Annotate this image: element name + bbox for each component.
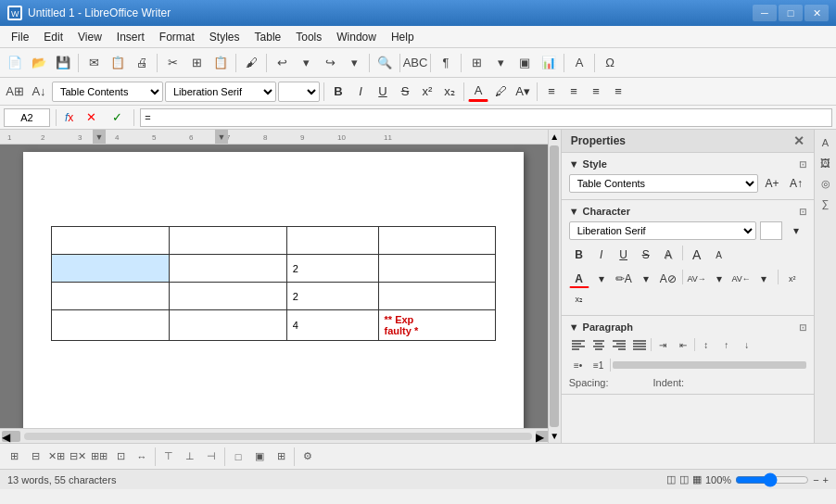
table-cell-b2[interactable] [170,255,287,283]
fontsize-dropdown[interactable] [278,82,320,102]
char-spacing-dropdown2[interactable]: ▾ [754,270,774,288]
table-cell[interactable] [52,227,170,255]
cancel-formula-button[interactable]: ✕ [80,107,102,129]
frame-button[interactable]: ▣ [513,52,536,74]
update-style-btn[interactable]: A↑ [786,174,806,193]
cell-reference[interactable] [4,108,50,127]
fx-icon[interactable]: fx [62,111,76,124]
chart-button[interactable]: 📊 [538,52,560,74]
table-cell-a2[interactable] [52,255,170,283]
paragraph-section-header[interactable]: ▼ Paragraph ⊡ [569,320,806,334]
zoom-slider[interactable] [735,472,809,487]
find-button[interactable]: 🔍 [374,52,396,74]
nonprint-button[interactable]: ¶ [435,52,457,74]
btm-border-all[interactable]: ⊞ [271,447,291,467]
menu-insert[interactable]: Insert [109,29,152,45]
menu-format[interactable]: Format [152,29,202,45]
side-icon-styles[interactable]: A [817,133,835,152]
para-linespace-btn3[interactable]: ↓ [738,336,756,353]
character-font-dropdown[interactable]: Liberation Serif [569,221,756,240]
style-section-header[interactable]: ▼ Style ⊡ [569,157,806,171]
align-right-button[interactable]: ≡ [586,82,606,102]
para-linespace-btn1[interactable]: ↕ [697,336,716,353]
minimize-button[interactable]: ─ [753,5,777,21]
style-value-dropdown[interactable]: Table Contents [569,174,758,193]
menu-tools[interactable]: Tools [288,29,329,45]
char-italic-button[interactable]: I [591,246,612,264]
char-underline-button[interactable]: U [614,246,634,264]
scroll-left[interactable]: ◀ [2,431,20,442]
scroll-down[interactable]: ▼ [548,429,561,443]
italic-button[interactable]: I [350,82,371,102]
table-cell-b3[interactable] [170,283,287,310]
btm-delete-row[interactable]: ✕⊞ [46,447,67,467]
btm-split[interactable]: ⊡ [110,447,131,467]
side-icon-gallery[interactable]: 🖼 [817,154,835,172]
new-style-icon[interactable]: A↓ [28,81,50,103]
side-icon-functions[interactable]: ∑ [817,195,835,213]
table-cell-d2[interactable] [378,255,496,283]
spellcheck-button[interactable]: ABC [404,52,426,74]
close-button[interactable]: ✕ [804,5,829,21]
save-button[interactable]: 💾 [52,52,74,74]
char-shadow-button[interactable]: A [658,246,678,264]
character-section-header[interactable]: ▼ Character ⊡ [569,204,806,219]
table-cell-c2[interactable]: 2 [286,255,378,283]
char-highlight-dropdown[interactable]: ▾ [636,270,656,288]
btm-border-none[interactable]: □ [228,447,248,467]
table-cell[interactable] [170,227,287,255]
char-spacing-dropdown1[interactable]: ▾ [709,270,729,288]
menu-view[interactable]: View [70,29,109,45]
table-dropdown[interactable]: ▾ [489,52,512,74]
para-linespace-btn2[interactable]: ↑ [717,336,736,353]
menu-edit[interactable]: Edit [36,29,70,45]
char-superscript-button[interactable]: x² [782,270,803,288]
font-dropdown[interactable]: Liberation Serif [165,82,276,102]
para-align-right[interactable] [610,336,628,353]
btm-insert-col[interactable]: ⊟ [25,447,45,467]
undo-dropdown[interactable]: ▾ [295,52,317,74]
horizontal-scrollbar[interactable]: ◀ ▶ [0,428,548,443]
align-left-button[interactable]: ≡ [541,82,562,102]
strikethrough-button[interactable]: S [395,82,415,102]
side-icon-navigator[interactable]: ◎ [817,174,835,193]
clone-button[interactable]: 🖌 [240,52,262,74]
print-button[interactable]: 🖨 [131,52,153,74]
menu-table[interactable]: Table [247,29,289,45]
font-swatch-dropdown[interactable]: ▾ [786,221,806,240]
char-subscript-button[interactable]: x₂ [569,290,589,309]
char-spacing-btn2[interactable]: AV← [731,270,752,288]
new-button[interactable]: 📄 [4,52,26,74]
undo-button[interactable]: ↩ [271,52,293,74]
para-indent-decrease[interactable]: ⇤ [674,336,692,353]
open-button[interactable]: 📂 [28,52,50,74]
scroll-thumb[interactable] [550,145,559,427]
char-highlight-button[interactable]: ✏A [614,270,634,288]
scroll-up[interactable]: ▲ [548,130,561,144]
btm-optimize[interactable]: ↔ [132,447,152,467]
menu-window[interactable]: Window [329,29,384,45]
redo-dropdown[interactable]: ▾ [343,52,365,74]
special-char-button[interactable]: Ω [599,52,621,74]
table-cell-d3[interactable] [378,283,496,310]
font-color-swatch[interactable] [760,221,782,240]
menu-styles[interactable]: Styles [202,29,247,45]
copy-button[interactable]: ⊞ [185,52,208,74]
bold-button[interactable]: B [328,82,348,102]
paste-button[interactable]: 📋 [209,52,232,74]
table-cell-c4[interactable]: 4 [286,310,378,341]
btm-align-bottom[interactable]: ⊣ [201,447,222,467]
para-indent-slider[interactable] [613,361,806,369]
document-scroll[interactable]: 2 2 4 ** Expfaul [0,145,548,428]
table-cell-c3[interactable]: 2 [286,283,378,310]
table-cell[interactable] [286,227,378,255]
btm-merge[interactable]: ⊞⊞ [89,447,109,467]
menu-help[interactable]: Help [384,29,422,45]
para-list-ordered[interactable]: ≡1 [589,357,608,373]
underline-button[interactable]: U [373,82,393,102]
vertical-scrollbar[interactable]: ▲ ▼ [548,130,561,443]
style-dropdown[interactable]: Table Contents [52,82,163,102]
formula-input[interactable] [140,108,832,127]
bg-color-button[interactable]: A▾ [513,82,533,102]
btm-align-middle[interactable]: ⊥ [180,447,200,467]
